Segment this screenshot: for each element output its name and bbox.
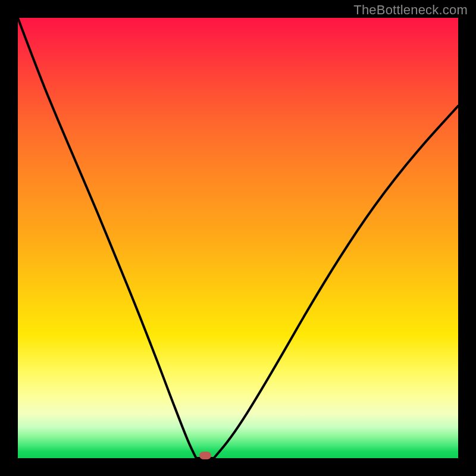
watermark-text: TheBottleneck.com: [353, 2, 468, 18]
chart-frame: TheBottleneck.com: [0, 0, 476, 476]
bottleneck-curve: [18, 18, 458, 458]
curve-path: [18, 18, 458, 458]
minimum-marker: [199, 452, 211, 459]
plot-area: [18, 18, 458, 458]
